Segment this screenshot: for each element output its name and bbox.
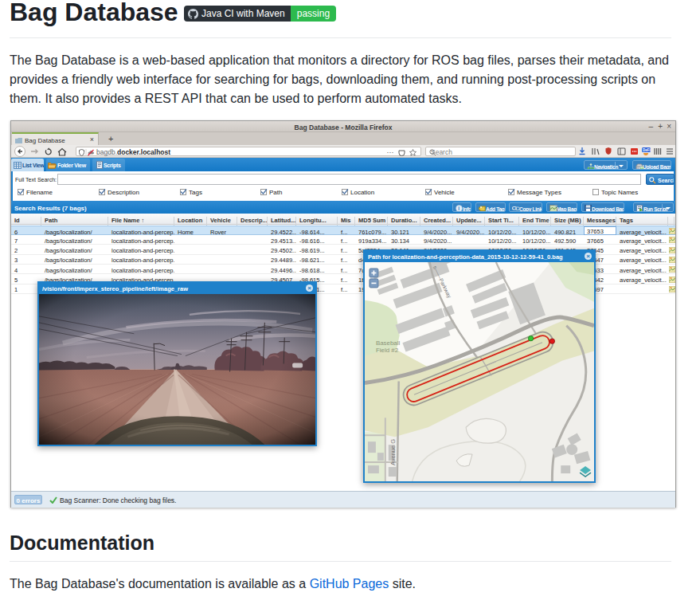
- svg-text:Avenue G: Avenue G: [389, 439, 397, 465]
- svg-text:DeFi: DeFi: [643, 148, 651, 152]
- svg-text:Baseball: Baseball: [376, 339, 401, 347]
- svg-text:Field #2: Field #2: [376, 347, 399, 354]
